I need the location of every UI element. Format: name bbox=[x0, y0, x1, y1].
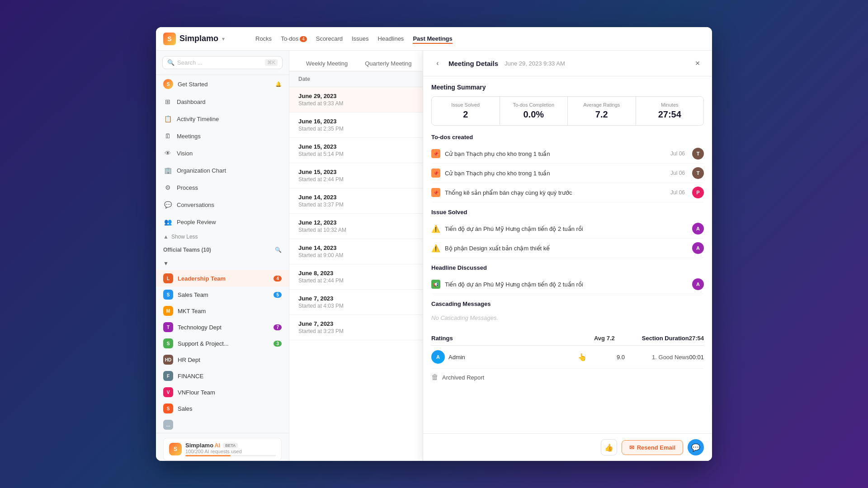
no-cascading-message: No Cascading Messages. bbox=[431, 311, 704, 325]
todo-text: Thống kê sản phẩm bán chạy cùng kỳ quý t… bbox=[445, 189, 666, 196]
issue-text: Tiến độ dự án Phú Mỹ Hưng chậm tiến độ 2… bbox=[445, 225, 688, 232]
team-label: HR Dept bbox=[178, 357, 200, 363]
todo-text: Cử bạn Thạch phụ cho kho trong 1 tuần bbox=[445, 150, 666, 157]
team-label: MKT Team bbox=[178, 308, 206, 314]
sidebar-item-label: Organization Chart bbox=[177, 167, 226, 174]
issue-item: ⚠️ Bộ phận Design xuất bản chậm thiết kế… bbox=[431, 239, 704, 258]
nav-links: Rocks To-dos4 Scorecard Issues Headlines… bbox=[255, 33, 453, 44]
search-box[interactable]: 🔍 Search ... ⌘K bbox=[162, 56, 283, 69]
search-icon: 🔍 bbox=[167, 59, 175, 66]
sidebar-item-finance[interactable]: F FINANCE bbox=[156, 368, 289, 384]
avatar: T bbox=[692, 167, 704, 179]
todo-date: Jul 06 bbox=[670, 150, 685, 157]
sidebar-item-activity-timeline[interactable]: 📋 Activity Timeline bbox=[156, 110, 289, 127]
people-review-icon: 👥 bbox=[163, 217, 172, 226]
get-started-badge: 🔔 bbox=[275, 81, 282, 87]
issue-solved-value: 2 bbox=[438, 109, 493, 120]
sidebar-item-meetings[interactable]: 🗓 Meetings bbox=[156, 127, 289, 145]
detail-header: ‹ Meeting Details June 29, 2023 9:33 AM … bbox=[423, 51, 712, 76]
chat-button[interactable]: 💬 bbox=[688, 439, 704, 455]
section-collapse[interactable]: ▼ bbox=[156, 257, 289, 270]
sidebar-item-sales[interactable]: S Sales bbox=[156, 400, 289, 417]
nav-headlines[interactable]: Headlines bbox=[378, 33, 404, 44]
ai-progress-fill bbox=[185, 455, 231, 456]
ai-progress-bar bbox=[185, 455, 276, 456]
back-button[interactable]: ‹ bbox=[431, 57, 444, 70]
meetings-icon: 🗓 bbox=[163, 131, 172, 141]
ai-info: Simplamo AI BETA 100/200 AI requests use… bbox=[185, 442, 276, 456]
headline-text: Tiến độ dự án Phú Mỹ Hưng chậm tiến độ 2… bbox=[445, 281, 688, 288]
nav-issues[interactable]: Issues bbox=[352, 33, 369, 44]
warning-icon: ⚠️ bbox=[431, 224, 440, 233]
sidebar-item-label: People Review bbox=[177, 219, 216, 225]
sidebar-item-setting[interactable]: ⚙ Setting bbox=[163, 460, 282, 461]
todo-icon: 📌 bbox=[431, 169, 440, 178]
leadership-badge: 4 bbox=[274, 276, 282, 282]
team-label: Sales Team bbox=[178, 291, 208, 298]
sidebar-item-label: Dashboard bbox=[177, 99, 206, 105]
avg-ratings-label: Average Ratings bbox=[574, 102, 629, 108]
detail-body: Meeting Summary Issue Solved 2 To-dos Co… bbox=[423, 76, 712, 433]
sidebar-item-label: Vision bbox=[177, 150, 193, 157]
detail-title: Meeting Details bbox=[448, 60, 498, 67]
sidebar-item-process[interactable]: ⚙ Process bbox=[156, 179, 289, 196]
tab-weekly-meeting[interactable]: Weekly Meeting bbox=[298, 56, 355, 71]
sidebar-item-hr-dept[interactable]: HD HR Dept bbox=[156, 352, 289, 368]
sidebar-item-vision[interactable]: 👁 Vision bbox=[156, 145, 289, 162]
team-label: Sales bbox=[178, 405, 193, 412]
sidebar-item-extra[interactable]: ... bbox=[156, 417, 289, 433]
dropdown-icon[interactable]: ▾ bbox=[222, 36, 225, 42]
process-icon: ⚙ bbox=[163, 183, 172, 192]
sidebar-item-dashboard[interactable]: ⊞ Dashboard bbox=[156, 93, 289, 110]
nav-todos[interactable]: To-dos4 bbox=[281, 33, 307, 44]
teams-search-icon[interactable]: 🔍 bbox=[275, 247, 282, 253]
team-label: Leadership Team bbox=[178, 275, 226, 282]
sidebar-item-sales-team[interactable]: S Sales Team 5 bbox=[156, 286, 289, 303]
simplamo-ai-badge: S Simplamo AI BETA 100/200 AI requests u… bbox=[163, 438, 282, 460]
top-nav: S Simplamo ▾ Rocks To-dos4 Scorecard Iss… bbox=[156, 27, 712, 51]
team-label: Technology Dept bbox=[178, 324, 222, 331]
resend-label: Resend Email bbox=[637, 444, 675, 451]
avatar: A bbox=[692, 242, 704, 254]
todo-item: 📌 Thống kê sản phẩm bán chạy cùng kỳ quý… bbox=[431, 183, 704, 202]
team-label: FINANCE bbox=[178, 373, 203, 380]
tab-quarterly-meeting[interactable]: Quarterly Meeting bbox=[357, 56, 419, 71]
issue-solved-section-title: Issue Solved bbox=[431, 209, 704, 216]
cursor-hand-icon: 👆 bbox=[578, 353, 587, 361]
close-button[interactable]: × bbox=[691, 57, 704, 70]
sidebar-item-vnflour-team[interactable]: V VNFlour Team bbox=[156, 384, 289, 400]
collapse-icon: ▼ bbox=[163, 260, 169, 267]
admin-section: 1. Good News bbox=[652, 354, 689, 361]
avatar: P bbox=[692, 187, 704, 198]
show-less-button[interactable]: ▲ Show Less bbox=[156, 230, 289, 243]
sidebar-item-conversations[interactable]: 💬 Conversations bbox=[156, 196, 289, 213]
ratings-section: Ratings Avg 7.2 Section Duration 27:54 A… bbox=[431, 331, 704, 369]
sidebar-item-label: Get Started bbox=[178, 81, 208, 88]
admin-avatar: A bbox=[431, 350, 445, 364]
sidebar-bottom: S Simplamo AI BETA 100/200 AI requests u… bbox=[156, 433, 289, 461]
headline-icon: 📢 bbox=[431, 280, 440, 289]
sidebar-item-org-chart[interactable]: 🏢 Organization Chart bbox=[156, 162, 289, 179]
avatar: A bbox=[692, 223, 704, 235]
teams-label: Official Teams (10) bbox=[163, 247, 211, 253]
like-button[interactable]: 👍 bbox=[601, 439, 617, 455]
summary-card-minutes: Minutes 27:54 bbox=[636, 97, 704, 125]
sales-badge: 5 bbox=[274, 292, 282, 298]
nav-past-meetings[interactable]: Past Meetings bbox=[413, 33, 452, 44]
nav-rocks[interactable]: Rocks bbox=[255, 33, 272, 44]
sidebar-item-leadership-team[interactable]: L Leadership Team 4 bbox=[156, 270, 289, 286]
sidebar-item-mkt-team[interactable]: M MKT Team bbox=[156, 303, 289, 319]
sidebar-item-get-started[interactable]: S Get Started 🔔 bbox=[156, 75, 289, 93]
headline-item: 📢 Tiến độ dự án Phú Mỹ Hưng chậm tiến độ… bbox=[431, 275, 704, 294]
summary-cards: Issue Solved 2 To-dos Completion 0.0% Av… bbox=[431, 96, 704, 126]
todos-section-title: To-dos created bbox=[431, 134, 704, 141]
issue-text: Bộ phận Design xuất bản chậm thiết kế bbox=[445, 245, 688, 252]
sidebar-item-technology-dept[interactable]: T Technology Dept 7 bbox=[156, 319, 289, 335]
sidebar-item-support-project[interactable]: S Support & Project... 3 bbox=[156, 335, 289, 352]
admin-section-duration: 00:01 bbox=[689, 354, 704, 361]
ai-suffix: AI bbox=[214, 442, 220, 449]
sidebar-item-people-review[interactable]: 👥 People Review bbox=[156, 213, 289, 230]
search-input[interactable]: Search ... bbox=[177, 59, 262, 66]
resend-email-button[interactable]: ✉ Resend Email bbox=[622, 440, 683, 455]
nav-scorecard[interactable]: Scorecard bbox=[316, 33, 343, 44]
